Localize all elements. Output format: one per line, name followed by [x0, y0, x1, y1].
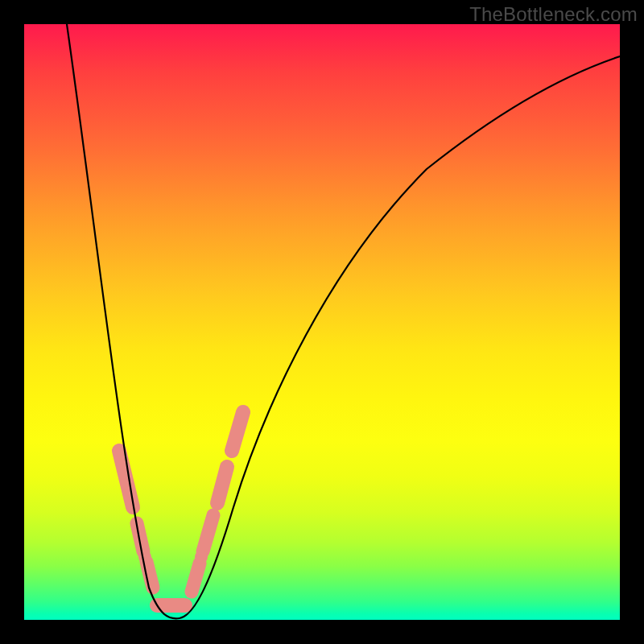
watermark-text: TheBottleneck.com: [469, 3, 638, 26]
marker-dot: [195, 551, 208, 564]
marker-segment: [147, 562, 153, 588]
marker-segment: [192, 564, 200, 592]
marker-group: [119, 412, 243, 605]
chart-plot-area: [24, 24, 620, 620]
chart-svg: [24, 24, 620, 620]
marker-segment: [232, 412, 243, 451]
bottleneck-curve: [67, 24, 620, 618]
marker-segment: [203, 515, 213, 551]
marker-segment: [137, 523, 143, 551]
marker-segment: [119, 451, 133, 507]
marker-segment: [217, 467, 227, 503]
marker-dot: [138, 551, 151, 564]
